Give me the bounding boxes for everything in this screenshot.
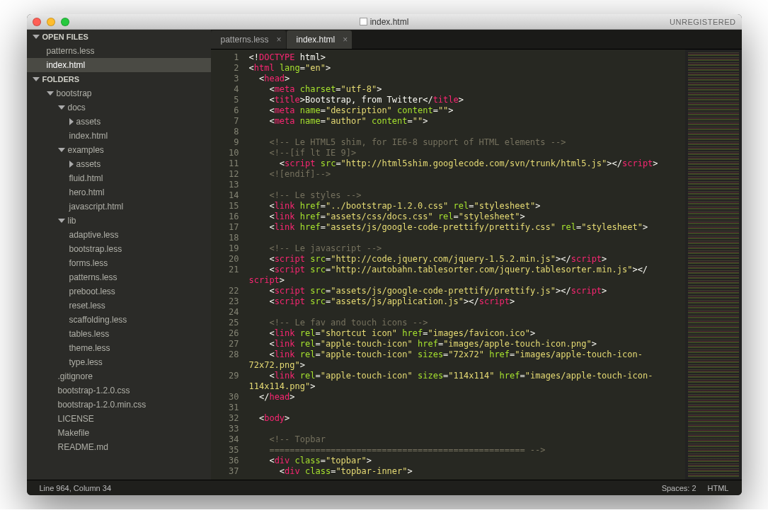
file-item[interactable]: bootstrap-1.2.0.css [27, 383, 211, 398]
chevron-down-icon [58, 105, 65, 110]
folder-item[interactable]: assets [27, 115, 211, 129]
file-item[interactable]: tables.less [27, 327, 211, 341]
tab-label: index.html [297, 35, 336, 45]
folder-item[interactable]: lib [27, 214, 211, 228]
tree-item-label: hero.html [69, 187, 105, 197]
file-item[interactable]: bootstrap-1.2.0.min.css [27, 398, 211, 412]
main-area: patterns.less×index.html× 1 2 3 4 5 6 7 … [211, 30, 742, 480]
file-item[interactable]: forms.less [27, 256, 211, 270]
sidebar[interactable]: OPEN FILES patterns.lessindex.html FOLDE… [27, 30, 211, 480]
chevron-down-icon [33, 77, 40, 81]
tree-item-label: index.html [69, 131, 108, 141]
window-minimize-button[interactable] [47, 18, 55, 26]
tree-item-label: assets [76, 159, 101, 169]
tab-label: patterns.less [221, 35, 269, 45]
chevron-down-icon [58, 148, 65, 152]
traffic-lights [27, 18, 69, 26]
tree-item-label: lib [68, 216, 76, 226]
tab[interactable]: patterns.less× [211, 30, 286, 49]
tree-item-label: reset.less [69, 301, 105, 311]
window-zoom-button[interactable] [61, 18, 69, 26]
folder-item[interactable]: bootstrap [27, 86, 211, 100]
file-icon [360, 18, 367, 25]
tree-item-label: bootstrap-1.2.0.min.css [58, 400, 147, 410]
editor-wrap: 1 2 3 4 5 6 7 8 9 10 11 12 13 14 15 16 1… [211, 50, 742, 480]
tree-item-label: bootstrap [57, 88, 92, 98]
tab-bar[interactable]: patterns.less×index.html× [211, 30, 742, 50]
file-item[interactable]: theme.less [27, 341, 211, 355]
file-item[interactable]: bootstrap.less [27, 242, 211, 256]
chevron-right-icon [69, 161, 74, 168]
file-item[interactable]: index.html [27, 129, 211, 143]
folder-tree: bootstrapdocsassetsindex.htmlexamplesass… [27, 86, 211, 454]
file-item[interactable]: LICENSE [27, 412, 211, 426]
tree-item-label: preboot.less [69, 287, 115, 296]
folder-item[interactable]: assets [27, 157, 211, 171]
tree-item-label: patterns.less [69, 272, 118, 282]
file-item[interactable]: .gitignore [27, 369, 211, 383]
chevron-down-icon [33, 35, 40, 39]
folders-label: FOLDERS [42, 75, 80, 83]
file-item[interactable]: preboot.less [27, 284, 211, 299]
file-item[interactable]: scaffolding.less [27, 313, 211, 327]
file-item[interactable]: README.md [27, 440, 211, 454]
syntax-mode[interactable]: HTML [702, 484, 735, 492]
window-title-text: index.html [370, 17, 409, 27]
tree-item-label: adaptive.less [69, 230, 119, 240]
titlebar[interactable]: index.html UNREGISTERED [27, 14, 742, 30]
file-item[interactable]: fluid.html [27, 171, 211, 185]
tree-item-label: LICENSE [58, 414, 94, 424]
tree-item-label: bootstrap.less [69, 244, 122, 254]
folder-item[interactable]: docs [27, 100, 211, 115]
file-item[interactable]: adaptive.less [27, 228, 211, 242]
tree-item-label: javascript.html [69, 202, 124, 212]
tab[interactable]: index.html× [287, 30, 353, 49]
file-item[interactable]: reset.less [27, 299, 211, 313]
registration-status: UNREGISTERED [670, 18, 735, 26]
window-title: index.html [27, 17, 742, 27]
close-icon[interactable]: × [277, 35, 282, 45]
tree-item-label: Makefile [58, 428, 90, 438]
code-editor[interactable]: <!DOCTYPE html> <html lang="en"> <head> … [245, 50, 685, 480]
tree-item-label: type.less [69, 357, 103, 367]
minimap-content [688, 52, 739, 477]
folder-item[interactable]: examples [27, 143, 211, 157]
open-file-item[interactable]: index.html [27, 58, 211, 72]
tree-item-label: theme.less [69, 343, 110, 353]
file-item[interactable]: Makefile [27, 426, 211, 440]
cursor-position[interactable]: Line 964, Column 34 [34, 484, 118, 492]
chevron-down-icon [58, 219, 65, 223]
open-files-list: patterns.lessindex.html [27, 44, 211, 72]
tree-item-label: assets [76, 117, 101, 127]
folders-header[interactable]: FOLDERS [27, 72, 211, 86]
indentation-setting[interactable]: Spaces: 2 [656, 484, 702, 492]
window-close-button[interactable] [33, 18, 41, 26]
status-bar[interactable]: Line 964, Column 34 Spaces: 2 HTML [27, 480, 742, 495]
minimap[interactable] [685, 50, 742, 480]
editor-body: OPEN FILES patterns.lessindex.html FOLDE… [27, 30, 742, 480]
tree-item-label: tables.less [69, 329, 110, 339]
chevron-down-icon [47, 91, 54, 96]
file-item[interactable]: type.less [27, 355, 211, 369]
close-icon[interactable]: × [343, 35, 348, 45]
tree-item-label: docs [68, 103, 86, 112]
file-item[interactable]: javascript.html [27, 200, 211, 214]
tree-item-label: fluid.html [69, 173, 103, 183]
file-item[interactable]: patterns.less [27, 270, 211, 284]
open-file-item[interactable]: patterns.less [27, 44, 211, 58]
tree-item-label: examples [68, 145, 104, 155]
chevron-right-icon [69, 118, 74, 125]
line-gutter[interactable]: 1 2 3 4 5 6 7 8 9 10 11 12 13 14 15 16 1… [211, 50, 245, 480]
tree-item-label: forms.less [69, 258, 108, 268]
editor-window: index.html UNREGISTERED OPEN FILES patte… [27, 14, 742, 495]
tree-item-label: bootstrap-1.2.0.css [58, 386, 130, 395]
tree-item-label: .gitignore [58, 371, 93, 381]
tree-item-label: README.md [58, 442, 108, 452]
tree-item-label: scaffolding.less [69, 315, 127, 325]
file-item[interactable]: hero.html [27, 185, 211, 200]
open-files-label: OPEN FILES [42, 33, 88, 41]
open-files-header[interactable]: OPEN FILES [27, 30, 211, 44]
